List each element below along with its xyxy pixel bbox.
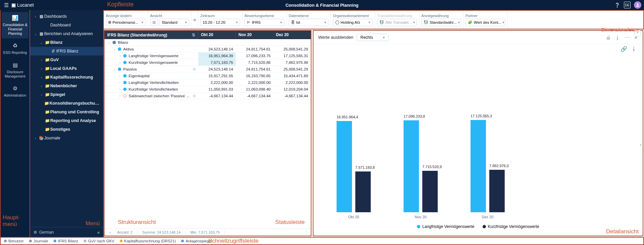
chart-bar[interactable]: 7.571.183,8 xyxy=(355,171,371,212)
language-badge[interactable]: DE xyxy=(624,2,631,8)
dim-select[interactable]: ◯Holding AG▾ xyxy=(333,19,373,26)
chevron-icon[interactable]: ⌄ xyxy=(113,68,117,71)
grid-cell[interactable]: -4,667,134.44 xyxy=(198,93,236,99)
nav-item[interactable]: 📁Konsolidierungsbuchungen xyxy=(30,99,103,108)
grid-row[interactable]: ⌄Aktiva24,523,148.1424,811,754.6125,008,… xyxy=(104,46,311,52)
more-icon[interactable]: ⋯ xyxy=(625,35,629,40)
quickbar-item[interactable]: Anlagenspiegel xyxy=(181,239,212,243)
legend-item[interactable]: Kurzfristige Vermögenswerte xyxy=(483,224,539,229)
dim-select[interactable]: Standard▾ xyxy=(159,19,189,26)
legend-item[interactable]: Langfristige Vermögenswerte xyxy=(417,224,474,229)
chevron-icon[interactable]: › xyxy=(118,74,122,78)
chevron-icon[interactable]: › xyxy=(39,58,44,62)
grid-cell[interactable] xyxy=(198,39,236,45)
dim-select[interactable]: 🏳IFRS▾ xyxy=(244,19,284,26)
grid-col-header[interactable]: Nov 20 xyxy=(236,31,273,39)
grid-cell[interactable]: 24,523,148.14 xyxy=(198,66,236,72)
collapse-menu-icon[interactable]: « xyxy=(97,230,100,235)
view-toggle-button[interactable]: ⊞ xyxy=(150,19,158,26)
export-icon[interactable]: ⭳ xyxy=(631,46,637,52)
chevron-icon[interactable]: › xyxy=(118,94,122,98)
grid-cell[interactable]: 24,523,148.14 xyxy=(198,46,236,52)
chevron-icon[interactable]: › xyxy=(39,76,44,79)
print-icon[interactable]: 🖨 xyxy=(606,35,611,40)
quickbar-item[interactable]: Journale xyxy=(29,239,48,243)
chevron-icon[interactable]: › xyxy=(39,84,44,88)
nav-item[interactable]: 📁Sonstiges xyxy=(30,125,103,134)
detail-align-select[interactable]: Rechts ▾ xyxy=(357,34,388,41)
nav-item[interactable]: Dashboard xyxy=(30,21,103,29)
nav-item[interactable]: ⌄📁Bilanz xyxy=(30,38,103,47)
nav-item[interactable]: ›📁GuV xyxy=(30,55,103,64)
dim-select[interactable]: ⊞Periodenansi...▾ xyxy=(106,19,146,26)
chevron-icon[interactable]: › xyxy=(39,93,44,97)
statusbar-more-icon[interactable]: ⋮ xyxy=(304,230,308,234)
grid-cell[interactable]: 17,125,565.31 xyxy=(273,52,311,59)
nav-item[interactable]: ⇵IFRS Bilanz xyxy=(30,47,103,55)
nav-item[interactable]: ›📁Local GAAPs xyxy=(30,64,103,73)
dim-select[interactable]: 🗄Ist▾ xyxy=(289,19,329,26)
help-icon[interactable]: ❔ xyxy=(614,2,621,8)
chart-bar[interactable]: 7.882.976,0 xyxy=(489,170,505,212)
chevron-icon[interactable]: › xyxy=(118,61,122,64)
dim-select[interactable]: 10.20 - 12.20▾ xyxy=(200,19,240,26)
chevron-icon[interactable]: ⌄ xyxy=(107,41,111,44)
chevron-icon[interactable]: ⌄ xyxy=(39,41,44,44)
grid-cell[interactable]: 15,917,291.55 xyxy=(198,73,236,79)
chevron-icon[interactable]: ⌄ xyxy=(33,32,38,36)
chevron-icon[interactable]: › xyxy=(33,136,38,140)
grid-cell[interactable]: 16,193,790.65 xyxy=(236,73,273,79)
grid-row[interactable]: ›Saldowechsel zwischen 'Passiva' ...⊟-4,… xyxy=(104,93,311,99)
grid-cell[interactable]: 7,571,183.75 xyxy=(198,59,236,66)
grid-row[interactable]: ›Langfristige Verbindlichkeiten2,222,000… xyxy=(104,79,311,86)
grid-cell[interactable]: 2,222,000.00 xyxy=(198,79,236,86)
grid-settings-icon[interactable]: ⇅ xyxy=(192,33,195,37)
mainmenu-consolidation[interactable]: 📊 Consolidation & Financial Planning xyxy=(2,12,28,38)
grid-cell[interactable]: 2,222,000.00 xyxy=(273,79,311,86)
chart-bar[interactable]: 7.715.520,9 xyxy=(422,171,438,212)
grid-cell[interactable]: 2,222,000.00 xyxy=(236,79,273,86)
grid-cell[interactable]: 17,096,233.75 xyxy=(236,52,273,59)
chevron-icon[interactable]: › xyxy=(33,15,38,18)
grid-cell[interactable] xyxy=(273,39,311,45)
quickbar-item[interactable]: Kapitalflussrechnung (DRS21) xyxy=(120,239,176,243)
grid-cell[interactable]: 24,811,754.61 xyxy=(236,46,273,52)
menu-toggle-icon[interactable]: ☰ xyxy=(3,2,10,8)
grid-row[interactable]: ›Eigenkapital15,917,291.5516,193,790.651… xyxy=(104,73,311,79)
grid-cell[interactable]: 11,050,991.03 xyxy=(198,86,236,92)
chevron-icon[interactable]: › xyxy=(118,88,122,91)
grid-row[interactable]: ›Langfristige Vermögenswerte16,951,964.3… xyxy=(104,52,311,59)
nav-item[interactable]: ⌄▦Berichten und Analysieren xyxy=(30,29,103,38)
grid-row[interactable]: ⌄Bilanz xyxy=(104,39,311,46)
grid-cell[interactable]: 25,008,541.29 xyxy=(273,66,311,72)
quickbar-item[interactable]: Benutzer xyxy=(4,239,24,243)
grid-col-header[interactable]: Dez 20 xyxy=(273,31,311,39)
grid-cell[interactable]: -4,667,134.44 xyxy=(273,93,311,99)
grid-cell[interactable]: 15,434,471.69 xyxy=(273,73,311,79)
nav-item[interactable]: ›▦Dashboards xyxy=(30,12,103,21)
grid-cell[interactable]: 7,882,975.98 xyxy=(273,59,311,66)
grid-cell[interactable]: 12,019,204.04 xyxy=(273,86,311,92)
quickbar-item[interactable]: GuV nach GKV xyxy=(84,239,115,243)
download-icon[interactable]: ⭳ xyxy=(615,35,620,40)
nav-item[interactable]: 📁Reporting und Analyse xyxy=(30,116,103,125)
grid-cell[interactable]: 7,715,520.86 xyxy=(236,59,273,66)
detail-side-toggle-icon[interactable]: ‹ xyxy=(640,142,641,147)
grid-cell[interactable]: 16,951,964.39 xyxy=(198,52,236,59)
nav-item[interactable]: ›📁Spiegel xyxy=(30,90,103,99)
grid-cell[interactable] xyxy=(236,39,273,45)
grid-row[interactable]: ›Kurzfristige Verbindlichkeiten11,050,99… xyxy=(104,86,311,93)
statusbar-expand-icon[interactable]: ⌄ xyxy=(107,230,113,234)
mainmenu-admin[interactable]: ⚙ Administration xyxy=(2,83,28,100)
nav-item[interactable]: ›📁Nebenbücher xyxy=(30,82,103,90)
dim-select[interactable]: 💱Alle Transakti...▾ xyxy=(377,19,417,26)
chart-bar[interactable]: 17.096.233,8 xyxy=(404,120,419,212)
grid-row[interactable]: ›Kurzfristige Vermögenswerte7,571,183.75… xyxy=(104,59,311,66)
chevron-icon[interactable]: ⌄ xyxy=(113,47,117,51)
grid-row[interactable]: ⌄Passiva⊟24,523,148.1424,811,754.6125,00… xyxy=(104,66,311,73)
grid-cell[interactable]: 11,063,098.40 xyxy=(236,86,273,92)
grid-col-header[interactable]: Okt 20 xyxy=(198,31,236,39)
chart-bar[interactable]: 17.125.565,3 xyxy=(471,120,486,212)
nav-item[interactable]: ›📚Journale xyxy=(30,134,103,142)
grid-cell[interactable]: 24,811,754.61 xyxy=(236,66,273,72)
